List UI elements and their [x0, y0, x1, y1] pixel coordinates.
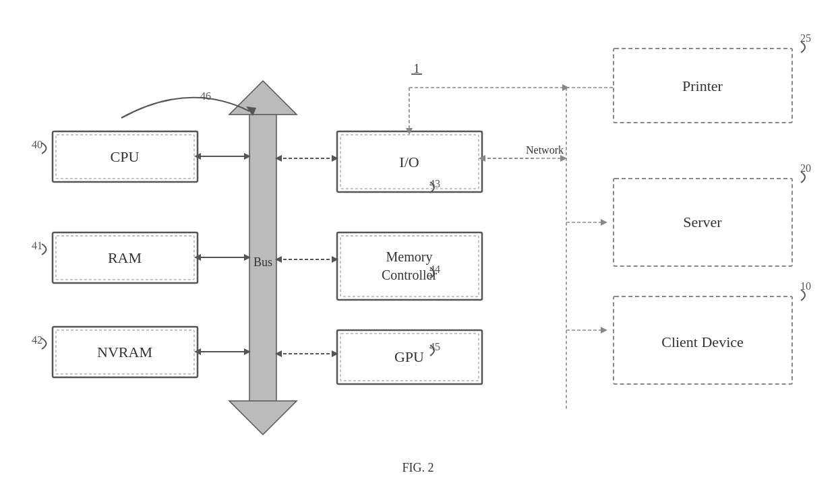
gpu-label: GPU	[394, 348, 424, 365]
diagram-container: 1 46 40 CPU 41	[0, 0, 836, 504]
svg-text:1: 1	[414, 62, 420, 75]
ref-43: 43	[429, 178, 440, 189]
diagram-svg: 1 46 40 CPU 41	[0, 0, 836, 504]
svg-text:46: 46	[200, 90, 211, 102]
network-label: Network	[526, 144, 564, 156]
ram-label: RAM	[108, 249, 142, 266]
ref-42: 42	[32, 334, 42, 346]
ref-45: 45	[429, 341, 440, 352]
memory-controller-label2: Controller	[382, 267, 438, 282]
figure-caption: FIG. 2	[402, 461, 434, 474]
cpu-label: CPU	[111, 148, 140, 165]
printer-label: Printer	[682, 77, 723, 94]
ref-41: 41	[32, 240, 42, 251]
server-label: Server	[683, 214, 722, 230]
bus-label: Bus	[253, 255, 272, 269]
memory-controller-label: Memory	[386, 249, 433, 265]
ref-40: 40	[32, 139, 42, 150]
io-label: I/O	[399, 154, 419, 170]
client-device-label: Client Device	[661, 334, 744, 350]
nvram-label: NVRAM	[97, 344, 152, 360]
